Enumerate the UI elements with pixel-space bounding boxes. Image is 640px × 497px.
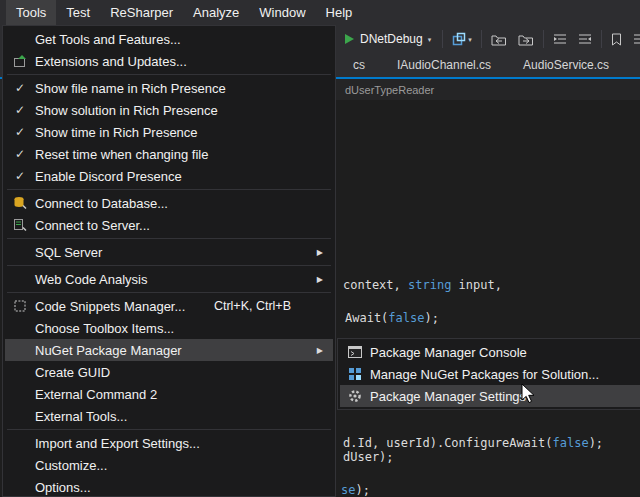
tab-label: cs <box>353 58 365 72</box>
menu-gutter: ✓ <box>5 103 35 117</box>
chevron-down-icon: ▾ <box>468 36 472 43</box>
code-keyword: string <box>408 278 451 292</box>
code-text: Await( <box>345 311 388 325</box>
submenu-arrow-icon: ▶ <box>317 275 323 284</box>
code-keyword: se <box>341 483 355 497</box>
menu-item-show-file-name-rich-presence[interactable]: ✓ Show file name in Rich Presence <box>5 77 333 99</box>
increase-indent-button[interactable] <box>576 31 594 47</box>
menu-gutter <box>340 367 370 381</box>
submenu-item-package-manager-settings[interactable]: Package Manager Settings <box>340 385 640 407</box>
menu-item-get-tools-and-features[interactable]: Get Tools and Features... <box>5 28 333 50</box>
nuget-package-manager-submenu: Package Manager Console Manage NuGet Pac… <box>337 338 640 410</box>
navigate-forward-button[interactable] <box>516 31 536 48</box>
menu-gutter <box>5 196 35 210</box>
menu-separator <box>7 238 331 239</box>
server-icon <box>13 218 27 232</box>
menu-item-label: Code Snippets Manager... <box>35 299 185 314</box>
tab-audioservice[interactable]: AudioService.cs <box>507 53 625 77</box>
run-config-label: DNetDebug <box>360 32 423 46</box>
task-list-button[interactable] <box>631 31 640 47</box>
console-icon <box>348 346 362 358</box>
menu-item-choose-toolbox-items[interactable]: Choose Toolbox Items... <box>5 317 333 339</box>
menu-gutter: ✓ <box>5 81 35 95</box>
submenu-arrow-icon: ▶ <box>317 346 323 355</box>
menu-item-options[interactable]: Options... <box>5 476 333 497</box>
navigate-backward-button[interactable] <box>489 31 509 48</box>
nuget-grid-icon <box>348 367 362 381</box>
menu-item-nuget-package-manager[interactable]: NuGet Package Manager ▶ <box>5 339 333 361</box>
menu-item-web-code-analysis[interactable]: Web Code Analysis ▶ <box>5 268 333 290</box>
menu-item-label: Options... <box>35 480 91 495</box>
code-text: dUser); <box>343 450 394 464</box>
menu-item-label: Manage NuGet Packages for Solution... <box>370 367 599 382</box>
folder-back-icon <box>491 33 507 46</box>
submenu-arrow-icon: ▶ <box>317 248 323 257</box>
submenu-item-package-manager-console[interactable]: Package Manager Console <box>340 341 640 363</box>
menu-item-label: External Tools... <box>35 409 127 424</box>
check-icon: ✓ <box>15 147 25 161</box>
menu-item-code-snippets-manager[interactable]: Code Snippets Manager... Ctrl+K, Ctrl+B <box>5 295 333 317</box>
menu-item-connect-to-server[interactable]: Connect to Server... <box>5 214 333 236</box>
decrease-indent-button[interactable] <box>551 31 569 47</box>
menu-item-reset-time-changing-file[interactable]: ✓ Reset time when changing file <box>5 143 333 165</box>
menu-item-connect-to-database[interactable]: Connect to Database... <box>5 192 333 214</box>
code-line: d.Id, userId).ConfigureAwait(false); <box>343 436 603 450</box>
menu-gutter <box>5 218 35 232</box>
snippets-icon <box>13 299 27 313</box>
menubar-item-window[interactable]: Window <box>249 0 315 25</box>
menubar-item-tools[interactable]: Tools <box>6 0 56 25</box>
toolbar-separator <box>442 30 443 48</box>
menubar-item-test[interactable]: Test <box>56 0 100 25</box>
tab-file-partial[interactable]: cs <box>337 53 381 77</box>
menu-gutter: ✓ <box>5 169 35 183</box>
menu-item-sql-server[interactable]: SQL Server ▶ <box>5 241 333 263</box>
menu-item-extensions-and-updates[interactable]: Extensions and Updates... <box>5 50 333 72</box>
menu-item-enable-discord-presence[interactable]: ✓ Enable Discord Presence <box>5 165 333 187</box>
member-dropdown[interactable]: dUserTypeReader <box>345 79 434 100</box>
menu-item-label: NuGet Package Manager <box>35 343 182 358</box>
menu-item-label: Extensions and Updates... <box>35 54 187 69</box>
code-text: input, <box>451 278 502 292</box>
code-line: context, string input, <box>343 278 502 292</box>
menu-gutter <box>340 389 370 403</box>
folder-forward-icon <box>518 33 534 46</box>
code-text: ); <box>424 311 438 325</box>
submenu-item-manage-nuget-packages[interactable]: Manage NuGet Packages for Solution... <box>340 363 640 385</box>
toggle-bookmark-button[interactable] <box>609 31 624 48</box>
menu-separator <box>7 265 331 266</box>
attach-icon <box>452 32 466 46</box>
menu-item-label: Create GUID <box>35 365 110 380</box>
start-debug-button[interactable]: DNetDebug ▾ <box>340 30 435 48</box>
menu-item-external-command-2[interactable]: External Command 2 <box>5 383 333 405</box>
attach-process-button[interactable]: ▾ <box>450 30 474 48</box>
code-line: dUser); <box>343 450 394 464</box>
code-text: context, <box>343 278 408 292</box>
menu-item-show-solution-rich-presence[interactable]: ✓ Show solution in Rich Presence <box>5 99 333 121</box>
menubar-item-analyze[interactable]: Analyze <box>183 0 249 25</box>
tabs: cs IAudioChannel.cs AudioService.cs <box>337 53 625 77</box>
mouse-cursor <box>521 383 537 405</box>
menu-item-customize[interactable]: Customize... <box>5 454 333 476</box>
code-text: d.Id, userId).ConfigureAwait( <box>343 436 553 450</box>
menu-gutter <box>5 54 35 68</box>
extensions-icon <box>13 54 27 68</box>
menu-gutter: ✓ <box>5 147 35 161</box>
tab-iaudiochannel[interactable]: IAudioChannel.cs <box>381 53 507 77</box>
menu-item-external-tools[interactable]: External Tools... <box>5 405 333 427</box>
menubar-item-resharper[interactable]: ReSharper <box>100 0 183 25</box>
menu-item-show-time-rich-presence[interactable]: ✓ Show time in Rich Presence <box>5 121 333 143</box>
menubar-item-help[interactable]: Help <box>316 0 363 25</box>
menu-item-label: Show time in Rich Presence <box>35 125 198 140</box>
menu-item-label: Reset time when changing file <box>35 147 208 162</box>
menu-item-label: Customize... <box>35 458 107 473</box>
check-icon: ✓ <box>15 125 25 139</box>
code-text: ); <box>355 483 369 497</box>
bookmark-icon <box>611 33 622 46</box>
code-line: se); <box>341 483 370 497</box>
menu-item-create-guid[interactable]: Create GUID <box>5 361 333 383</box>
visual-studio-window: Tools Test ReSharper Analyze Window Help… <box>0 0 640 497</box>
menu-item-import-export-settings[interactable]: Import and Export Settings... <box>5 432 333 454</box>
menu-bar: Tools Test ReSharper Analyze Window Help <box>0 0 640 25</box>
menu-separator <box>7 292 331 293</box>
toolbar-content: DNetDebug ▾ ▾ <box>340 25 640 53</box>
